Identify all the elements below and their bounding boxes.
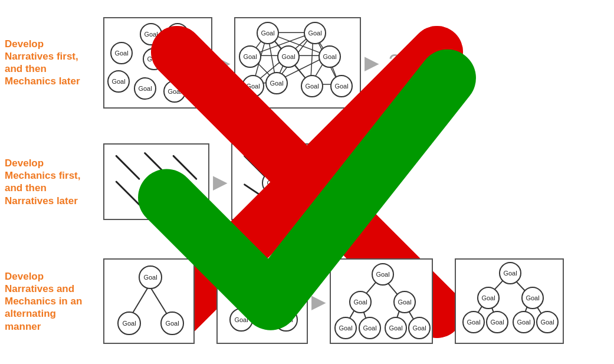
row-alternating: DevelopNarratives andMechanics in analte…: [0, 245, 614, 358]
main-container: DevelopNarratives first,and thenMechanic…: [0, 0, 614, 364]
row3-content: Goal Goal Goal ▶ Goal Goal Goal ▶: [103, 258, 614, 344]
